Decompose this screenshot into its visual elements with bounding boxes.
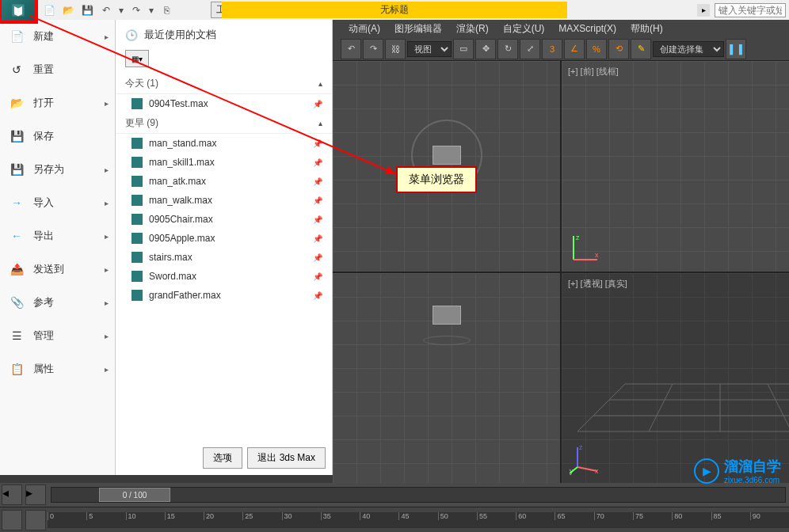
pin-icon[interactable]: 📌 [313, 139, 322, 148]
recent-file-item[interactable]: man_atk.max📌 [116, 172, 332, 191]
export-icon: ← [8, 227, 25, 245]
import-icon: → [8, 194, 25, 211]
exit-button[interactable]: 退出 3ds Max [247, 447, 326, 469]
angle-snap-icon[interactable]: ∠ [564, 39, 585, 59]
viewport-grid [333, 273, 560, 484]
recent-file-item[interactable]: grandFather.max📌 [116, 286, 332, 305]
undo-icon[interactable]: ↶ [98, 2, 114, 18]
recent-file-item[interactable]: Sword.max📌 [116, 267, 332, 286]
save-file-icon[interactable]: 💾 [79, 2, 95, 18]
file-name: man_skill1.max [149, 157, 215, 168]
menu-maxscript[interactable]: MAXScript(X) [558, 23, 616, 34]
recent-file-item[interactable]: 0905Chair.max📌 [116, 210, 332, 229]
menu-render[interactable]: 渲染(R) [456, 22, 489, 36]
viewports: [+] [前] [线框] zx [+] [透视] [真实] zxy [333, 61, 789, 483]
redo-tb-icon[interactable]: ↷ [363, 39, 383, 59]
menu-label: 另存为 [33, 162, 64, 177]
select-icon[interactable]: ▭ [453, 39, 474, 59]
group-earlier[interactable]: 更早 (9) ▴ [116, 113, 332, 134]
recent-documents-panel: 🕒 最近使用的文档 ▦▾ 今天 (1) ▴ 0904Test.max📌 更早 (… [116, 20, 333, 475]
pin-icon[interactable]: 📌 [313, 272, 322, 281]
pin-icon[interactable]: 📌 [313, 291, 322, 300]
menu-reset[interactable]: ↺重置 [0, 53, 115, 86]
menu-save-as[interactable]: 💾另存为▸ [0, 153, 115, 186]
pin-icon[interactable]: 📌 [313, 177, 322, 186]
chevron-right-icon: ▸ [105, 265, 109, 274]
view-toggle-icon[interactable]: ▦▾ [125, 50, 149, 67]
redo-drop-icon[interactable]: ▾ [147, 2, 155, 18]
options-button[interactable]: 选项 [203, 447, 242, 469]
pin-icon[interactable]: 📌 [313, 215, 322, 224]
edit-set-icon[interactable]: ✎ [631, 39, 651, 59]
axis-gizmo: zxy [570, 443, 601, 475]
recent-file-item[interactable]: man_walk.max📌 [116, 191, 332, 210]
selection-set-select[interactable]: 创建选择集 [653, 41, 724, 57]
viewport-perspective[interactable]: [+] [透视] [真实] zxy [562, 273, 789, 484]
menu-send-to[interactable]: 📤发送到▸ [0, 253, 115, 286]
menu-save[interactable]: 💾保存 [0, 120, 115, 153]
rotate-icon[interactable]: ↻ [497, 39, 518, 59]
link-icon[interactable]: ⎘ [158, 2, 174, 18]
expand-icon[interactable]: ▸ [697, 4, 710, 17]
time-track[interactable]: 0 / 100 [51, 487, 786, 503]
titlebar: 📄 📂 💾 ↶ ▾ ↷ ▾ ⎘ 工作区: 默认 无标题 ▸ [0, 0, 789, 20]
viewport-front[interactable]: [+] [前] [线框] zx [562, 61, 789, 272]
time-handle[interactable]: 0 / 100 [99, 488, 170, 502]
spinner-snap-icon[interactable]: ⟲ [608, 39, 629, 59]
menu-properties[interactable]: 📋属性▸ [0, 352, 115, 386]
frame-ruler[interactable]: 051015202530354045505560657075808590 [48, 512, 789, 528]
menu-label: 导出 [33, 229, 54, 243]
prev-key-icon[interactable]: ◂ [2, 484, 22, 505]
svg-line-11 [649, 384, 673, 431]
menu-import[interactable]: →导入▸ [0, 186, 115, 219]
file-name: stairs.max [149, 252, 192, 263]
recent-file-item[interactable]: man_stand.max📌 [116, 134, 332, 153]
pin-icon[interactable]: 📌 [313, 253, 322, 262]
recent-file-item[interactable]: 0904Test.max📌 [116, 94, 332, 113]
undo-tb-icon[interactable]: ↶ [341, 39, 361, 59]
viewport-left[interactable] [333, 273, 560, 484]
recent-file-item[interactable]: 0905Apple.max📌 [116, 229, 332, 248]
recent-file-item[interactable]: man_skill1.max📌 [116, 153, 332, 172]
viewmode-select[interactable]: 视图 [407, 41, 452, 57]
menu-export[interactable]: ←导出▸ [0, 219, 115, 253]
search-input[interactable] [715, 3, 786, 17]
reset-icon: ↺ [8, 61, 25, 78]
open-file-icon[interactable]: 📂 [60, 2, 76, 18]
move-icon[interactable]: ✥ [475, 39, 496, 59]
max-file-icon [132, 176, 143, 187]
menu-custom[interactable]: 自定义(U) [503, 22, 545, 36]
menu-reference[interactable]: 📎参考▸ [0, 286, 115, 319]
status-btn-2[interactable] [25, 510, 46, 530]
menu-help[interactable]: 帮助(H) [631, 22, 663, 36]
reference-icon: 📎 [8, 294, 25, 311]
pin-icon[interactable]: 📌 [313, 196, 322, 205]
svg-line-13 [768, 384, 789, 431]
undo-drop-icon[interactable]: ▾ [117, 2, 125, 18]
snap-icon[interactable]: 3 [542, 39, 562, 59]
pin-icon[interactable]: 📌 [313, 158, 322, 167]
status-btn-1[interactable] [2, 510, 22, 530]
pin-icon[interactable]: 📌 [313, 234, 322, 243]
new-file-icon[interactable]: 📄 [41, 2, 57, 18]
percent-snap-icon[interactable]: % [586, 39, 607, 59]
group-today[interactable]: 今天 (1) ▴ [116, 74, 332, 94]
menu-manage[interactable]: ☰管理▸ [0, 319, 115, 352]
mirror-icon[interactable]: ▌▐ [726, 39, 746, 59]
redo-icon[interactable]: ↷ [128, 2, 144, 18]
menu-label: 导入 [33, 196, 54, 210]
menu-open[interactable]: 📂打开▸ [0, 86, 115, 120]
file-name: man_walk.max [149, 195, 212, 206]
pin-icon[interactable]: 📌 [313, 100, 322, 108]
link-tb-icon[interactable]: ⛓ [385, 39, 406, 59]
next-key-icon[interactable]: ▸ [25, 484, 46, 505]
menu-graph[interactable]: 图形编辑器 [394, 22, 442, 36]
svg-text:z: z [576, 234, 580, 241]
scale-icon[interactable]: ⤢ [520, 39, 540, 59]
menu-anim[interactable]: 动画(A) [349, 22, 380, 36]
viewport-label[interactable]: [+] [前] [线框] [568, 66, 619, 78]
app-menu-button[interactable] [0, 0, 36, 22]
menu-new[interactable]: 📄新建▸ [0, 20, 115, 53]
file-name: man_stand.max [149, 138, 216, 149]
recent-file-item[interactable]: stairs.max📌 [116, 248, 332, 267]
